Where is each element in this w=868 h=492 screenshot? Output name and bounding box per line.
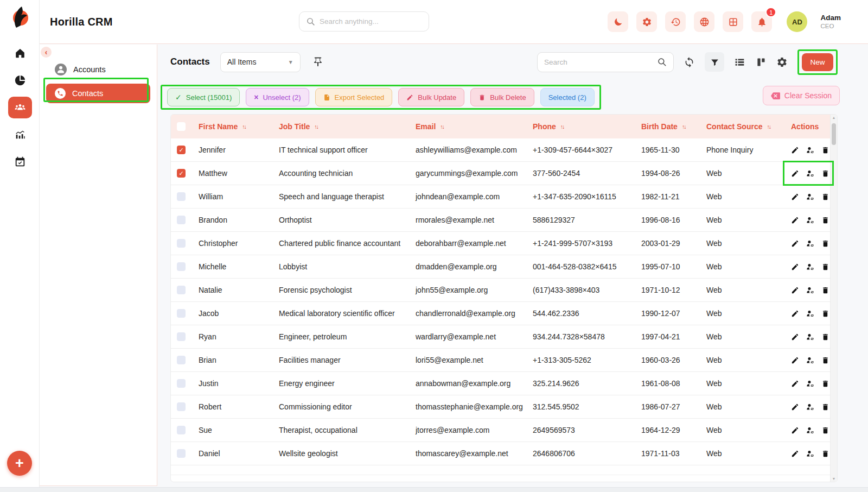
- pin-view-button[interactable]: [312, 56, 323, 67]
- column-first-name[interactable]: First Name↑↓: [192, 122, 272, 131]
- filter-button[interactable]: [705, 52, 724, 72]
- new-contact-button[interactable]: New: [802, 53, 833, 71]
- sidebar-item-home[interactable]: [8, 42, 32, 64]
- sidebar-item-deals[interactable]: [8, 70, 32, 91]
- scrollbar-thumb[interactable]: [832, 123, 836, 145]
- global-search-input[interactable]: [320, 17, 417, 26]
- convert-contact-button[interactable]: [806, 263, 814, 271]
- selected-count-button[interactable]: Selected (2): [540, 88, 595, 106]
- row-checkbox[interactable]: [177, 402, 186, 411]
- convert-contact-button[interactable]: [806, 310, 814, 318]
- apps-button[interactable]: [723, 11, 743, 32]
- history-button[interactable]: [665, 11, 686, 32]
- row-checkbox[interactable]: [177, 426, 186, 434]
- column-phone[interactable]: Phone↑↓: [526, 122, 634, 131]
- sort-icon[interactable]: ↑↓: [682, 123, 686, 130]
- edit-row-button[interactable]: [791, 310, 799, 318]
- edit-row-button[interactable]: [791, 286, 799, 294]
- convert-contact-button[interactable]: [806, 426, 814, 434]
- column-job-title[interactable]: Job Title↑↓: [272, 122, 409, 131]
- sidebar-item-schedule[interactable]: [8, 151, 32, 173]
- row-checkbox[interactable]: [177, 309, 186, 318]
- user-avatar[interactable]: AD: [787, 11, 807, 32]
- row-checkbox[interactable]: ✓: [177, 146, 186, 154]
- sidebar-item-accounts[interactable]: Accounts: [46, 59, 150, 80]
- sidebar-item-contacts-active[interactable]: Contacts: [46, 84, 150, 103]
- export-selected-button[interactable]: Export Selected: [315, 88, 393, 106]
- collapse-sidebar-button[interactable]: ‹: [41, 47, 52, 58]
- delete-row-button[interactable]: [821, 263, 829, 271]
- dark-mode-button[interactable]: [608, 11, 628, 32]
- convert-contact-button[interactable]: [806, 216, 814, 224]
- delete-row-button[interactable]: [821, 333, 829, 341]
- convert-contact-button[interactable]: [806, 380, 814, 388]
- row-checkbox[interactable]: [177, 286, 186, 294]
- sort-icon[interactable]: ↑↓: [314, 123, 318, 130]
- settings-button[interactable]: [636, 11, 657, 32]
- convert-contact-button[interactable]: [806, 450, 814, 458]
- scroll-down-icon[interactable]: ▼: [831, 477, 837, 481]
- convert-contact-button[interactable]: [806, 356, 814, 364]
- edit-row-button[interactable]: [791, 450, 799, 458]
- edit-row-button[interactable]: [791, 403, 799, 411]
- delete-row-button[interactable]: [821, 193, 829, 201]
- list-view-button[interactable]: [734, 56, 745, 68]
- delete-row-button[interactable]: [821, 286, 829, 294]
- select-all-button[interactable]: ✓ Select (15001): [167, 88, 240, 106]
- edit-row-button[interactable]: [791, 239, 799, 248]
- view-filter-select[interactable]: All Items ▼: [220, 52, 301, 72]
- edit-row-button[interactable]: [791, 193, 799, 201]
- convert-contact-button[interactable]: [806, 239, 814, 248]
- row-checkbox[interactable]: [177, 239, 186, 248]
- convert-contact-button[interactable]: [806, 403, 814, 411]
- select-all-checkbox[interactable]: [177, 122, 186, 131]
- column-contact-source[interactable]: Contact Source↑↓: [699, 122, 784, 131]
- convert-contact-button[interactable]: [806, 193, 814, 201]
- sort-icon[interactable]: ↑↓: [560, 123, 564, 130]
- unselect-button[interactable]: × Unselect (2): [246, 88, 309, 106]
- column-email[interactable]: Email↑↓: [409, 122, 526, 131]
- row-checkbox[interactable]: [177, 379, 186, 388]
- edit-row-button[interactable]: [791, 380, 799, 388]
- table-settings-button[interactable]: [776, 56, 788, 68]
- row-checkbox[interactable]: [177, 216, 186, 224]
- sort-icon[interactable]: ↑↓: [242, 123, 246, 130]
- scroll-up-icon[interactable]: ▲: [831, 116, 837, 119]
- edit-row-button[interactable]: [791, 169, 799, 178]
- delete-row-button[interactable]: [821, 450, 829, 458]
- delete-row-button[interactable]: [821, 146, 829, 154]
- notifications-button[interactable]: 1: [751, 11, 772, 32]
- clear-session-button[interactable]: Clear Session: [763, 86, 840, 105]
- bulk-update-button[interactable]: Bulk Update: [398, 88, 464, 106]
- delete-row-button[interactable]: [821, 380, 829, 388]
- sort-icon[interactable]: ↑↓: [767, 123, 770, 130]
- row-checkbox[interactable]: [177, 192, 186, 201]
- edit-row-button[interactable]: [791, 356, 799, 364]
- row-checkbox[interactable]: [177, 449, 186, 458]
- kanban-view-button[interactable]: [755, 56, 767, 68]
- edit-row-button[interactable]: [791, 146, 799, 154]
- sort-icon[interactable]: ↑↓: [440, 123, 444, 130]
- quick-add-button[interactable]: +: [7, 451, 32, 476]
- horizontal-scrollbar-track[interactable]: [0, 487, 868, 492]
- edit-row-button[interactable]: [791, 426, 799, 434]
- edit-row-button[interactable]: [791, 263, 799, 271]
- sidebar-item-analytics[interactable]: [8, 124, 32, 146]
- row-checkbox[interactable]: [177, 356, 186, 364]
- convert-contact-button[interactable]: [806, 333, 814, 341]
- edit-row-button[interactable]: [791, 333, 799, 341]
- delete-row-button[interactable]: [821, 169, 829, 178]
- sidebar-item-contacts[interactable]: [8, 97, 32, 118]
- convert-contact-button[interactable]: [806, 146, 814, 154]
- table-scrollbar[interactable]: ▲ ▼: [830, 115, 837, 482]
- convert-contact-button[interactable]: [806, 286, 814, 294]
- row-checkbox[interactable]: [177, 332, 186, 341]
- table-search-input[interactable]: [544, 58, 647, 66]
- edit-row-button[interactable]: [791, 216, 799, 224]
- delete-row-button[interactable]: [821, 403, 829, 411]
- row-checkbox[interactable]: ✓: [177, 169, 186, 178]
- language-button[interactable]: [694, 11, 714, 32]
- delete-row-button[interactable]: [821, 426, 829, 434]
- bulk-delete-button[interactable]: Bulk Delete: [470, 88, 534, 106]
- convert-contact-button[interactable]: [806, 169, 814, 178]
